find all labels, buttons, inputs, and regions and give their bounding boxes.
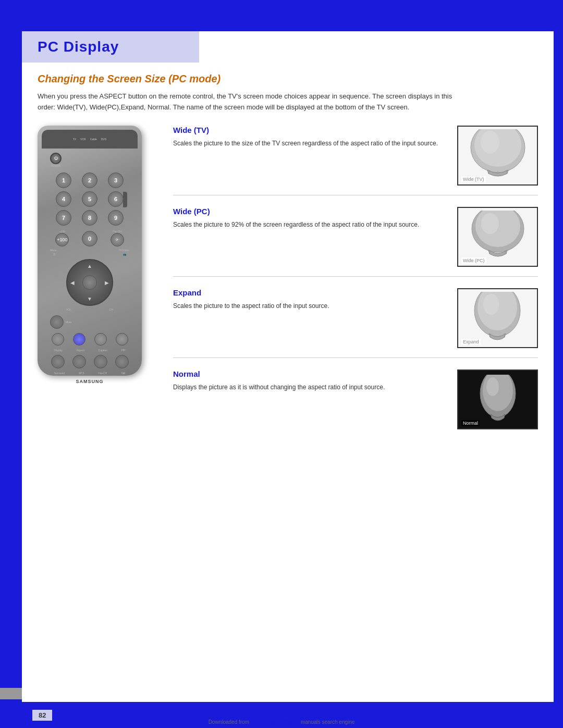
mode-desc-expand: Scales the picture to the aspect ratio o… [173,301,447,311]
pip-label: PIP [121,349,126,352]
mode-preview-wide-pc: Wide (PC) [457,207,538,267]
side-accent [0,688,22,699]
tv-video-icon: 📺 [123,253,126,256]
modes-layout: TV VCR Cable DVD ⏻ POWER [38,126,538,450]
svg-point-13 [483,294,499,315]
power-row: ⏻ POWER [42,152,138,168]
num-0-button[interactable]: 0 [82,231,97,246]
func-row-2 [42,355,138,368]
page-title-area: PC Display [22,31,199,63]
footer-text-suffix: manuals search engine [299,719,354,725]
directional-pad[interactable]: ▲ ▼ ◀ ▶ [66,259,113,306]
section-title: Changing the Screen Size (PC mode) [38,73,538,85]
mts-button[interactable] [72,355,86,368]
pip-button[interactable] [116,333,128,346]
wide-pc-preview-label: Wide (PC) [461,257,486,264]
mode-text-normal: Normal Displays the picture as it is wit… [173,369,457,392]
mode-text-wide-tv: Wide (TV) Scales the picture to the size… [173,126,457,148]
mode-text-wide-pc: Wide (PC) Scales the picture to 92% of t… [173,207,457,229]
footer: Downloaded from www.Manualslib.com manua… [0,719,563,725]
remote-top-strip: TV VCR Cable DVD [42,130,138,149]
dpad-left[interactable]: ◀ [70,279,75,285]
right-sidebar [554,0,563,728]
mode-desc-wide-tv: Scales the picture to the size of the TV… [173,139,447,148]
still-button[interactable] [115,355,129,368]
favch-button[interactable] [94,355,107,368]
plus100-button[interactable]: +100 +100 [55,230,69,246]
mode-block-wide-pc: Wide (PC) Scales the picture to 92% of t… [173,207,538,277]
dpad-right[interactable]: ▶ [105,279,109,285]
dpad-up[interactable]: ▲ [87,263,92,269]
num-2-button[interactable]: 2 [82,172,97,188]
expand-preview-label: Expand [461,339,481,345]
vol-label: VOL [66,308,71,311]
balloon-svg-expand [465,292,530,344]
numpad: 1 2 3 4 5 6 7 8 9 [42,172,138,226]
favch-label: Fav.CH [99,372,107,375]
prech-button[interactable]: Pre-CH ⟳ [111,230,124,246]
mode-text-expand: Expand Scales the picture to the aspect … [173,288,457,311]
mode-title-wide-tv: Wide (TV) [173,126,447,134]
num-1-button[interactable]: 1 [56,172,71,188]
aspect-button[interactable] [73,333,85,346]
num-3-button[interactable]: 3 [108,172,124,188]
menu-label: Menu [50,249,57,252]
mode-block-normal: Normal Displays the picture as it is wit… [173,369,538,439]
mode-preview-wide-tv: Wide (TV) [457,126,538,186]
mute-label-text: Mute [66,320,71,324]
content-wrapper: Changing the Screen Size (PC mode) When … [22,73,554,461]
num-7-button[interactable]: 7 [56,210,71,226]
remote-control: TV VCR Cable DVD ⏻ POWER [38,126,142,376]
dpad-down[interactable]: ▼ [87,296,92,302]
normal-preview-label: Normal [461,420,480,426]
num-5-button[interactable]: 5 [82,191,97,207]
svg-point-18 [486,377,499,396]
caption-button[interactable] [94,333,107,346]
source-label-vcr: VCR [80,138,86,141]
display-button[interactable] [52,333,64,346]
footer-link[interactable]: www.Manualslib.com [251,719,299,725]
power-button[interactable]: ⏻ POWER [50,153,62,167]
intro-text: When you press the ASPECT button on the … [38,91,465,113]
dpad-center[interactable] [82,275,97,290]
num-8-button[interactable]: 8 [82,210,97,226]
num-6-button[interactable]: 6 [108,191,124,207]
balloon-svg-wide-pc [461,211,534,263]
func-labels-1: Display Aspect Caption PIP [42,349,138,352]
balloon-svg-wide-tv [461,129,534,181]
num-4-button[interactable]: 4 [56,191,71,207]
tv-video-label: TV/Video [119,249,129,252]
func-row-1 [42,333,138,346]
surround-label: Surround [54,372,65,375]
mode-block-expand: Expand Scales the picture to the aspect … [173,288,538,358]
mts-label: MTS [79,372,84,375]
mode-desc-normal: Displays the picture as it is without ch… [173,382,447,392]
still-label: Still [121,372,125,375]
menu-icon: ☰ [53,253,55,256]
aspect-label: Aspect [77,349,84,352]
dpad-area: ☰ 📺 ▲ ▼ ◀ ▶ [42,253,138,311]
left-sidebar [0,0,22,728]
mode-title-wide-pc: Wide (PC) [173,207,447,216]
footer-text-prefix: Downloaded from [209,719,251,725]
func-labels-2: Surround MTS Fav.CH Still [42,372,138,375]
main-content: PC Display Changing the Screen Size (PC … [22,31,554,702]
mode-preview-normal: Normal [457,369,538,429]
mode-block-wide-tv: Wide (TV) Scales the picture to the size… [173,126,538,195]
mode-preview-expand: Expand [457,288,538,348]
wide-tv-preview-label: Wide (TV) [461,176,486,182]
display-label: Display [54,349,62,352]
balloon-svg-normal [472,375,524,424]
caption-label: Caption [99,349,107,352]
source-label-dvd: DVD [101,138,107,141]
mute-row: Mute [42,315,138,329]
mute-button[interactable] [50,315,64,329]
ch-label: CH [109,308,113,311]
surround-button[interactable] [51,355,65,368]
svg-point-2 [481,131,499,154]
source-label-tv: TV [73,138,76,141]
mode-desc-wide-pc: Scales the picture to 92% of the screen … [173,220,447,229]
brand-name: SAMSUNG [42,379,138,384]
num-9-button[interactable]: 9 [108,210,124,226]
mode-title-expand: Expand [173,288,447,297]
